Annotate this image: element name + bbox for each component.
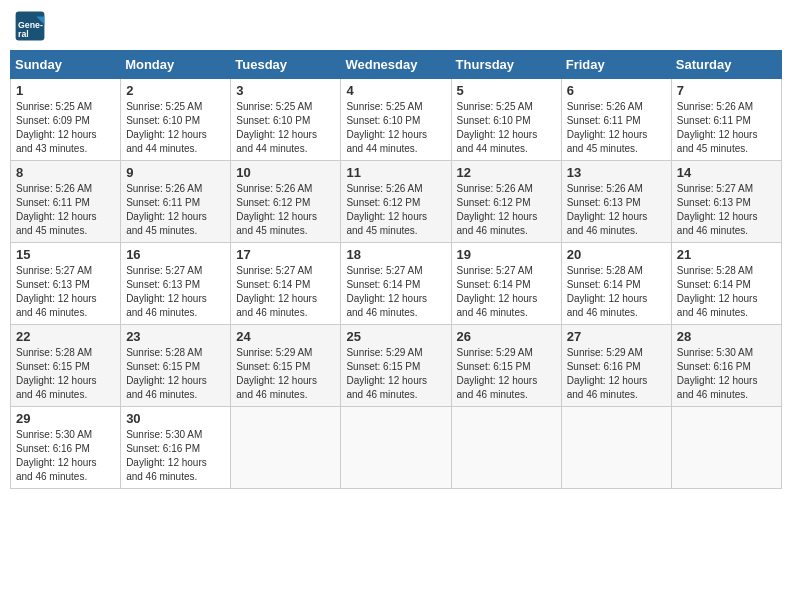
daylight-label: Daylight: 12 hours and 46 minutes.: [567, 293, 648, 318]
calendar-cell: [341, 407, 451, 489]
daylight-label: Daylight: 12 hours and 46 minutes.: [236, 375, 317, 400]
sunset-label: Sunset: 6:12 PM: [457, 197, 531, 208]
daylight-label: Daylight: 12 hours and 46 minutes.: [236, 293, 317, 318]
sunset-label: Sunset: 6:11 PM: [677, 115, 751, 126]
sunset-label: Sunset: 6:16 PM: [567, 361, 641, 372]
sunrise-label: Sunrise: 5:25 AM: [346, 101, 422, 112]
day-number: 9: [126, 165, 225, 180]
calendar-cell: 14 Sunrise: 5:27 AM Sunset: 6:13 PM Dayl…: [671, 161, 781, 243]
sunset-label: Sunset: 6:09 PM: [16, 115, 90, 126]
day-number: 27: [567, 329, 666, 344]
weekday-header-friday: Friday: [561, 51, 671, 79]
calendar-cell: 5 Sunrise: 5:25 AM Sunset: 6:10 PM Dayli…: [451, 79, 561, 161]
sunrise-label: Sunrise: 5:27 AM: [16, 265, 92, 276]
sunrise-label: Sunrise: 5:27 AM: [126, 265, 202, 276]
sunrise-label: Sunrise: 5:27 AM: [677, 183, 753, 194]
daylight-label: Daylight: 12 hours and 46 minutes.: [677, 211, 758, 236]
sunrise-label: Sunrise: 5:25 AM: [126, 101, 202, 112]
sunrise-label: Sunrise: 5:28 AM: [16, 347, 92, 358]
calendar-cell: 17 Sunrise: 5:27 AM Sunset: 6:14 PM Dayl…: [231, 243, 341, 325]
sunrise-label: Sunrise: 5:26 AM: [567, 101, 643, 112]
day-number: 30: [126, 411, 225, 426]
sunset-label: Sunset: 6:11 PM: [567, 115, 641, 126]
sunrise-label: Sunrise: 5:25 AM: [236, 101, 312, 112]
sunset-label: Sunset: 6:11 PM: [16, 197, 90, 208]
daylight-label: Daylight: 12 hours and 46 minutes.: [16, 457, 97, 482]
day-number: 14: [677, 165, 776, 180]
sunrise-label: Sunrise: 5:28 AM: [567, 265, 643, 276]
daylight-label: Daylight: 12 hours and 46 minutes.: [346, 293, 427, 318]
day-number: 29: [16, 411, 115, 426]
calendar-cell: 13 Sunrise: 5:26 AM Sunset: 6:13 PM Dayl…: [561, 161, 671, 243]
sunset-label: Sunset: 6:13 PM: [677, 197, 751, 208]
sunset-label: Sunset: 6:10 PM: [457, 115, 531, 126]
daylight-label: Daylight: 12 hours and 46 minutes.: [567, 375, 648, 400]
day-info: Sunrise: 5:27 AM Sunset: 6:13 PM Dayligh…: [677, 182, 776, 238]
sunrise-label: Sunrise: 5:26 AM: [567, 183, 643, 194]
calendar-cell: [561, 407, 671, 489]
calendar-cell: 2 Sunrise: 5:25 AM Sunset: 6:10 PM Dayli…: [121, 79, 231, 161]
sunrise-label: Sunrise: 5:26 AM: [677, 101, 753, 112]
sunset-label: Sunset: 6:14 PM: [677, 279, 751, 290]
day-info: Sunrise: 5:29 AM Sunset: 6:15 PM Dayligh…: [236, 346, 335, 402]
calendar-cell: 27 Sunrise: 5:29 AM Sunset: 6:16 PM Dayl…: [561, 325, 671, 407]
sunrise-label: Sunrise: 5:27 AM: [346, 265, 422, 276]
daylight-label: Daylight: 12 hours and 45 minutes.: [346, 211, 427, 236]
day-number: 19: [457, 247, 556, 262]
day-info: Sunrise: 5:26 AM Sunset: 6:11 PM Dayligh…: [677, 100, 776, 156]
sunrise-label: Sunrise: 5:30 AM: [677, 347, 753, 358]
day-info: Sunrise: 5:26 AM Sunset: 6:12 PM Dayligh…: [346, 182, 445, 238]
sunset-label: Sunset: 6:13 PM: [567, 197, 641, 208]
day-info: Sunrise: 5:26 AM Sunset: 6:11 PM Dayligh…: [16, 182, 115, 238]
calendar-cell: 7 Sunrise: 5:26 AM Sunset: 6:11 PM Dayli…: [671, 79, 781, 161]
day-info: Sunrise: 5:27 AM Sunset: 6:14 PM Dayligh…: [457, 264, 556, 320]
day-info: Sunrise: 5:26 AM Sunset: 6:12 PM Dayligh…: [236, 182, 335, 238]
daylight-label: Daylight: 12 hours and 46 minutes.: [567, 211, 648, 236]
daylight-label: Daylight: 12 hours and 46 minutes.: [457, 293, 538, 318]
sunset-label: Sunset: 6:10 PM: [126, 115, 200, 126]
day-info: Sunrise: 5:27 AM Sunset: 6:14 PM Dayligh…: [236, 264, 335, 320]
sunset-label: Sunset: 6:14 PM: [567, 279, 641, 290]
weekday-header-saturday: Saturday: [671, 51, 781, 79]
day-number: 1: [16, 83, 115, 98]
weekday-header-sunday: Sunday: [11, 51, 121, 79]
sunrise-label: Sunrise: 5:25 AM: [16, 101, 92, 112]
calendar-cell: [231, 407, 341, 489]
calendar-cell: 21 Sunrise: 5:28 AM Sunset: 6:14 PM Dayl…: [671, 243, 781, 325]
calendar-cell: 22 Sunrise: 5:28 AM Sunset: 6:15 PM Dayl…: [11, 325, 121, 407]
daylight-label: Daylight: 12 hours and 46 minutes.: [346, 375, 427, 400]
day-info: Sunrise: 5:30 AM Sunset: 6:16 PM Dayligh…: [16, 428, 115, 484]
calendar-cell: 28 Sunrise: 5:30 AM Sunset: 6:16 PM Dayl…: [671, 325, 781, 407]
calendar-cell: [671, 407, 781, 489]
sunrise-label: Sunrise: 5:28 AM: [126, 347, 202, 358]
day-info: Sunrise: 5:30 AM Sunset: 6:16 PM Dayligh…: [126, 428, 225, 484]
sunrise-label: Sunrise: 5:27 AM: [457, 265, 533, 276]
day-number: 12: [457, 165, 556, 180]
day-info: Sunrise: 5:29 AM Sunset: 6:16 PM Dayligh…: [567, 346, 666, 402]
daylight-label: Daylight: 12 hours and 44 minutes.: [236, 129, 317, 154]
day-info: Sunrise: 5:25 AM Sunset: 6:10 PM Dayligh…: [457, 100, 556, 156]
day-info: Sunrise: 5:27 AM Sunset: 6:13 PM Dayligh…: [126, 264, 225, 320]
day-number: 11: [346, 165, 445, 180]
day-info: Sunrise: 5:25 AM Sunset: 6:10 PM Dayligh…: [126, 100, 225, 156]
sunset-label: Sunset: 6:10 PM: [346, 115, 420, 126]
day-info: Sunrise: 5:26 AM Sunset: 6:13 PM Dayligh…: [567, 182, 666, 238]
calendar-cell: 1 Sunrise: 5:25 AM Sunset: 6:09 PM Dayli…: [11, 79, 121, 161]
daylight-label: Daylight: 12 hours and 46 minutes.: [457, 211, 538, 236]
sunrise-label: Sunrise: 5:26 AM: [16, 183, 92, 194]
sunrise-label: Sunrise: 5:26 AM: [457, 183, 533, 194]
calendar-table: SundayMondayTuesdayWednesdayThursdayFrid…: [10, 50, 782, 489]
daylight-label: Daylight: 12 hours and 45 minutes.: [567, 129, 648, 154]
sunset-label: Sunset: 6:16 PM: [126, 443, 200, 454]
calendar-cell: 26 Sunrise: 5:29 AM Sunset: 6:15 PM Dayl…: [451, 325, 561, 407]
daylight-label: Daylight: 12 hours and 46 minutes.: [16, 293, 97, 318]
calendar-cell: 18 Sunrise: 5:27 AM Sunset: 6:14 PM Dayl…: [341, 243, 451, 325]
day-info: Sunrise: 5:25 AM Sunset: 6:10 PM Dayligh…: [346, 100, 445, 156]
day-number: 18: [346, 247, 445, 262]
sunset-label: Sunset: 6:14 PM: [457, 279, 531, 290]
calendar-cell: 30 Sunrise: 5:30 AM Sunset: 6:16 PM Dayl…: [121, 407, 231, 489]
sunset-label: Sunset: 6:15 PM: [16, 361, 90, 372]
sunrise-label: Sunrise: 5:29 AM: [567, 347, 643, 358]
sunrise-label: Sunrise: 5:27 AM: [236, 265, 312, 276]
daylight-label: Daylight: 12 hours and 44 minutes.: [457, 129, 538, 154]
